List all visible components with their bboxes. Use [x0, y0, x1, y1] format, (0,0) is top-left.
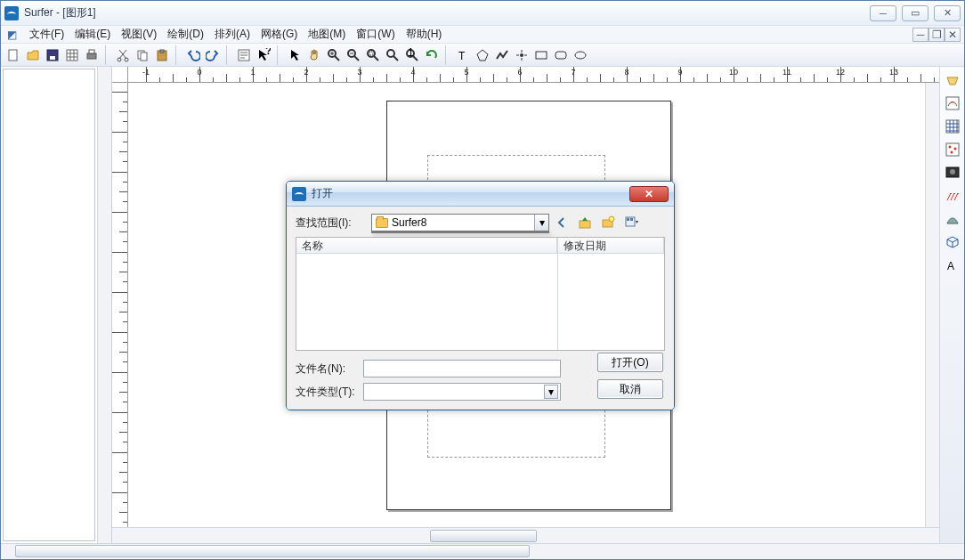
filename-input[interactable]: [363, 360, 561, 377]
filename-label: 文件名(N):: [296, 361, 358, 377]
hand-icon[interactable]: [305, 46, 323, 64]
canvas-horizontal-scrollbar[interactable]: [112, 527, 939, 543]
arrow-icon[interactable]: [286, 46, 304, 64]
wireframe-icon[interactable]: [943, 117, 962, 136]
post-icon[interactable]: [943, 140, 962, 159]
help-cursor-icon[interactable]: ?: [255, 46, 272, 64]
menu-d[interactable]: 绘制(D): [162, 26, 209, 43]
chevron-down-icon[interactable]: ▾: [534, 215, 548, 231]
object-tree[interactable]: [3, 69, 95, 541]
column-date-header[interactable]: 修改日期: [558, 238, 664, 253]
svg-point-31: [950, 151, 953, 154]
svg-text:T: T: [458, 50, 466, 62]
cancel-button[interactable]: 取消: [597, 379, 663, 399]
app-icon: [4, 6, 19, 20]
menubar: ◩ 文件(F)编辑(E)视图(V)绘制(D)排列(A)网格(G)地图(M)窗口(…: [1, 26, 964, 44]
undo-icon[interactable]: [184, 46, 202, 64]
dialog-title: 打开: [312, 186, 333, 201]
window-horizontal-scrollbar[interactable]: [1, 543, 964, 559]
svg-rect-4: [87, 53, 96, 59]
svg-rect-40: [630, 218, 633, 221]
mdi-close-button[interactable]: ✕: [945, 28, 961, 42]
text-icon[interactable]: T: [454, 46, 472, 64]
save-icon[interactable]: [44, 46, 61, 64]
print-icon[interactable]: [83, 46, 101, 64]
menu-w[interactable]: 窗口(W): [351, 26, 400, 43]
dialog-close-button[interactable]: ✕: [629, 186, 669, 202]
shade-icon[interactable]: [943, 209, 962, 229]
mdi-minimize-button[interactable]: ─: [912, 28, 929, 42]
nav-up-button[interactable]: [575, 214, 595, 231]
svg-point-22: [520, 53, 523, 57]
menu-f[interactable]: 文件(F): [24, 26, 69, 43]
polyline-icon[interactable]: [493, 46, 511, 64]
filetype-label: 文件类型(T):: [296, 385, 358, 400]
minimize-button[interactable]: ─: [870, 5, 896, 21]
filetype-combo[interactable]: ▾: [363, 383, 561, 401]
vector-icon[interactable]: [943, 186, 962, 206]
vertical-ruler: [112, 83, 128, 527]
nav-new-folder-button[interactable]: [598, 214, 618, 231]
symbol-icon[interactable]: [513, 46, 531, 64]
menu-h[interactable]: 帮助(H): [401, 26, 448, 43]
menu-g[interactable]: 网格(G): [255, 26, 303, 43]
nav-back-button[interactable]: [552, 214, 572, 231]
panel-scrollbar[interactable]: [97, 67, 111, 543]
menu-a[interactable]: 排列(A): [209, 26, 255, 43]
svg-point-37: [609, 216, 614, 222]
svg-point-16: [368, 50, 375, 57]
menu-v[interactable]: 视图(V): [116, 26, 162, 43]
round-rect-icon[interactable]: [552, 46, 570, 64]
new-icon[interactable]: [4, 46, 22, 64]
zoom-sel-icon[interactable]: [364, 46, 382, 64]
open-dialog: 打开 ✕ 查找范围(I): Surfer8 ▾ 名称 修改: [286, 181, 675, 410]
look-in-dropdown-tree[interactable]: [371, 231, 549, 233]
zoom-fit-icon[interactable]: [384, 46, 401, 64]
zoom-in-icon[interactable]: [325, 46, 343, 64]
mdi-restore-button[interactable]: ❐: [929, 28, 945, 42]
svg-rect-3: [67, 50, 77, 61]
nav-views-button[interactable]: [621, 214, 641, 231]
svg-rect-39: [627, 218, 629, 221]
svg-point-33: [950, 169, 955, 174]
svg-text:1: 1: [408, 48, 414, 59]
map-toolbar: A: [939, 67, 964, 543]
mdi-system-icon[interactable]: ◩: [4, 28, 19, 42]
svg-point-30: [953, 148, 956, 150]
grid-icon[interactable]: [63, 46, 81, 64]
zoom-out-icon[interactable]: [345, 46, 362, 64]
maximize-button[interactable]: ▭: [902, 5, 929, 21]
svg-text:?: ?: [265, 48, 271, 57]
column-name-header[interactable]: 名称: [296, 238, 557, 253]
svg-text:A: A: [947, 260, 954, 272]
props-icon[interactable]: [235, 46, 253, 64]
contour-icon[interactable]: [943, 93, 962, 113]
canvas-vertical-scrollbar[interactable]: [925, 83, 939, 527]
paste-icon[interactable]: [153, 46, 171, 64]
open-icon[interactable]: [24, 46, 42, 64]
menu-m[interactable]: 地图(M): [303, 26, 351, 43]
titlebar[interactable]: Surfer - [图形1] ─ ▭ ✕: [1, 1, 964, 26]
cut-icon[interactable]: [114, 46, 132, 64]
dock-icon[interactable]: [943, 70, 962, 90]
look-in-combo[interactable]: Surfer8 ▾: [371, 214, 549, 231]
close-button[interactable]: ✕: [934, 5, 961, 21]
ellipse-icon[interactable]: [572, 46, 589, 64]
open-button[interactable]: 打开(O): [597, 353, 663, 372]
svg-rect-28: [946, 143, 959, 156]
chevron-down-icon[interactable]: ▾: [544, 385, 558, 399]
copy-icon[interactable]: [134, 46, 151, 64]
refresh-icon[interactable]: [423, 46, 441, 64]
polygon-icon[interactable]: [474, 46, 491, 64]
file-list[interactable]: 名称 修改日期: [296, 237, 665, 351]
text2-icon[interactable]: A: [943, 256, 962, 275]
main-toolbar: ?1T: [1, 44, 964, 67]
rect-icon[interactable]: [532, 46, 550, 64]
image-icon[interactable]: [943, 163, 962, 183]
folder-icon: [376, 218, 388, 228]
grid2-icon[interactable]: [943, 232, 962, 252]
menu-e[interactable]: 编辑(E): [69, 26, 116, 43]
dialog-titlebar[interactable]: 打开 ✕: [287, 182, 674, 207]
zoom-actual-icon[interactable]: 1: [403, 46, 421, 64]
redo-icon[interactable]: [204, 46, 222, 64]
